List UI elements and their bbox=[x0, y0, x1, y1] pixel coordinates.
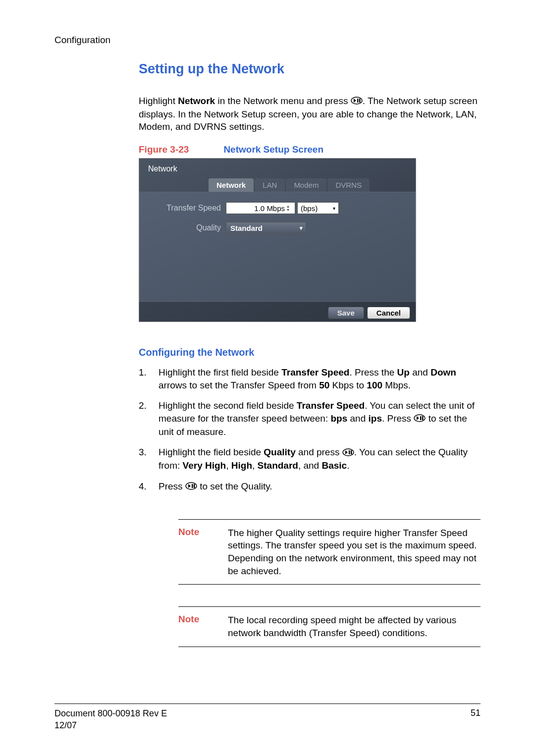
t: . Press the bbox=[349, 367, 397, 378]
t: . bbox=[347, 460, 349, 471]
tabs: Network LAN Modem DVRNS bbox=[209, 178, 416, 192]
t: to set the Quality. bbox=[197, 481, 272, 491]
tab-network[interactable]: Network bbox=[209, 178, 254, 192]
step-1: Highlight the first field beside Transfe… bbox=[139, 366, 481, 391]
transfer-unit-value: (bps) bbox=[301, 204, 318, 213]
page-title: Setting up the Network bbox=[139, 61, 481, 77]
t: . Press bbox=[382, 413, 414, 424]
t: 100 bbox=[367, 380, 382, 390]
page-footer: Document 800-00918 Rev E 12/07 51 bbox=[54, 703, 481, 731]
t: ips bbox=[369, 413, 382, 424]
header-section-label: Configuration bbox=[54, 35, 481, 46]
transfer-speed-label: Transfer Speed bbox=[147, 204, 226, 213]
transfer-speed-row: Transfer Speed 1.0 Mbps ▲▼ (bps) ▾ bbox=[147, 202, 408, 214]
play-pause-icon bbox=[185, 481, 197, 493]
svg-rect-14 bbox=[192, 484, 193, 488]
cancel-button[interactable]: Cancel bbox=[367, 307, 410, 319]
svg-marker-13 bbox=[188, 484, 191, 488]
step-3: Highlight the field beside Quality and p… bbox=[139, 446, 481, 472]
t: Transfer Speed bbox=[281, 367, 349, 378]
t: Very High bbox=[183, 460, 226, 471]
network-setup-screenshot: Network Network LAN Modem DVRNS Transfer… bbox=[139, 158, 416, 322]
svg-marker-1 bbox=[354, 99, 356, 103]
svg-rect-7 bbox=[422, 416, 424, 420]
svg-rect-10 bbox=[349, 450, 350, 454]
t: Standard bbox=[258, 460, 298, 471]
quality-row: Quality Standard bbox=[147, 222, 408, 234]
footer-doc: Document 800-00918 Rev E bbox=[54, 708, 167, 719]
spinner-icon[interactable]: ▲▼ bbox=[286, 205, 290, 212]
t: 50 bbox=[319, 380, 329, 390]
footer-date: 12/07 bbox=[54, 720, 167, 731]
transfer-speed-field[interactable]: 1.0 Mbps ▲▼ bbox=[226, 202, 295, 214]
svg-rect-2 bbox=[357, 99, 359, 103]
svg-point-8 bbox=[343, 449, 354, 456]
tab-lan[interactable]: LAN bbox=[255, 178, 285, 192]
figure-caption: Figure 3-23Network Setup Screen bbox=[139, 144, 481, 155]
t: Up bbox=[397, 367, 410, 378]
t: Transfer Speed bbox=[297, 400, 365, 411]
t: High bbox=[231, 460, 252, 471]
button-bar: Save Cancel bbox=[328, 307, 410, 319]
t: Highlight the field beside bbox=[159, 447, 264, 457]
t: arrows to set the Transfer Speed from bbox=[159, 380, 319, 390]
t: Basic bbox=[321, 460, 347, 471]
step-4: Press to set the Quality. bbox=[139, 480, 481, 493]
play-pause-icon bbox=[342, 447, 354, 460]
tab-modem[interactable]: Modem bbox=[286, 178, 326, 192]
tab-dvrns[interactable]: DVRNS bbox=[327, 178, 370, 192]
note-text: The higher Quality settings require high… bbox=[228, 527, 481, 578]
t: Highlight the second field beside bbox=[159, 400, 297, 411]
steps-list: Highlight the first field beside Transfe… bbox=[139, 366, 481, 493]
transfer-unit-field[interactable]: (bps) ▾ bbox=[297, 202, 339, 214]
note-label: Note bbox=[178, 614, 228, 639]
intro-text: Highlight bbox=[139, 96, 178, 106]
svg-rect-15 bbox=[194, 484, 195, 488]
note-text: The local recording speed might be affec… bbox=[228, 614, 481, 639]
quality-value: Standard bbox=[230, 224, 263, 232]
footer-page: 51 bbox=[471, 708, 481, 731]
t: Highlight the first field beside bbox=[159, 367, 281, 378]
note-1: Note The higher Quality settings require… bbox=[178, 519, 481, 585]
tab-body: Transfer Speed 1.0 Mbps ▲▼ (bps) ▾ Quali… bbox=[139, 192, 416, 302]
t: Press bbox=[159, 481, 185, 491]
svg-rect-6 bbox=[420, 416, 422, 420]
t: , and bbox=[298, 460, 322, 471]
t: and bbox=[347, 413, 368, 424]
quality-field[interactable]: Standard bbox=[226, 222, 306, 234]
transfer-speed-value: 1.0 Mbps bbox=[254, 204, 285, 213]
t: Down bbox=[430, 367, 456, 378]
svg-point-0 bbox=[351, 97, 362, 104]
step-2: Highlight the second field beside Transf… bbox=[139, 399, 481, 438]
t: bps bbox=[330, 413, 347, 424]
svg-point-12 bbox=[186, 483, 197, 489]
footer-left: Document 800-00918 Rev E 12/07 bbox=[54, 708, 167, 731]
svg-point-4 bbox=[414, 415, 425, 422]
svg-rect-11 bbox=[351, 450, 352, 454]
t: Kbps to bbox=[329, 380, 367, 390]
t: Quality bbox=[264, 447, 295, 457]
quality-label: Quality bbox=[147, 223, 226, 232]
t: and bbox=[410, 367, 430, 378]
play-pause-icon bbox=[414, 413, 426, 426]
svg-rect-3 bbox=[359, 99, 361, 103]
intro-paragraph: Highlight Network in the Network menu an… bbox=[139, 95, 481, 133]
svg-marker-9 bbox=[345, 450, 348, 454]
figure-title: Network Setup Screen bbox=[223, 144, 323, 155]
t: , bbox=[252, 460, 258, 471]
t: and press bbox=[296, 447, 342, 457]
figure-label: Figure 3-23 bbox=[139, 144, 189, 155]
intro-text: in the Network menu and press bbox=[215, 96, 351, 106]
screenshot-window-title: Network bbox=[139, 162, 416, 178]
t: Mbps. bbox=[382, 380, 411, 390]
dropdown-icon: ▾ bbox=[333, 206, 335, 211]
intro-bold-network: Network bbox=[178, 96, 215, 106]
note-label: Note bbox=[178, 527, 228, 578]
svg-marker-5 bbox=[417, 416, 419, 420]
note-2: Note The local recording speed might be … bbox=[178, 606, 481, 647]
save-button[interactable]: Save bbox=[328, 307, 364, 319]
play-pause-icon bbox=[351, 95, 363, 108]
t: , bbox=[226, 460, 231, 471]
subsection-title: Configuring the Network bbox=[139, 347, 481, 358]
